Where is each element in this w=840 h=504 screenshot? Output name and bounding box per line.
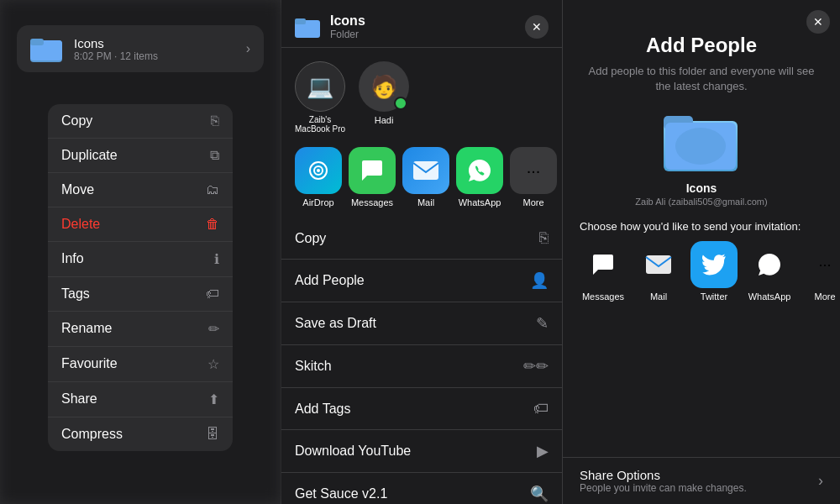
app-mail[interactable]: Mail bbox=[402, 147, 449, 207]
action-get-sauce[interactable]: Get Sauce v2.1 🔍 bbox=[281, 473, 562, 504]
inv-app-more[interactable]: ··· More bbox=[801, 241, 840, 302]
panel-middle: Icons Folder ✕ 💻 Zaib's MacBook Pro 🧑 Ha… bbox=[281, 0, 563, 504]
hadi-avatar: 🧑 bbox=[359, 61, 409, 112]
inv-app-whatsapp[interactable]: WhatsApp bbox=[746, 241, 793, 302]
action-copy-icon: ⎘ bbox=[539, 229, 549, 247]
share-actions-list: Copy ⎘ Add People 👤 Save as Draft ✎ Skit… bbox=[281, 218, 562, 504]
inv-twitter-icon bbox=[690, 241, 738, 288]
action-save-draft[interactable]: Save as Draft ✎ bbox=[281, 302, 562, 345]
action-add-people-icon: 👤 bbox=[530, 271, 549, 290]
mail-icon bbox=[402, 147, 449, 194]
menu-label-favourite: Favourite bbox=[61, 356, 118, 371]
svg-rect-2 bbox=[30, 39, 44, 45]
menu-item-share[interactable]: Share ⬆ bbox=[48, 382, 233, 417]
action-download-youtube[interactable]: Download YouTube ▶ bbox=[281, 430, 562, 473]
menu-label-move: Move bbox=[61, 182, 94, 197]
svg-rect-13 bbox=[646, 255, 671, 274]
info-icon: ℹ bbox=[214, 251, 219, 267]
messages-label: Messages bbox=[351, 197, 393, 207]
folder-preview-name: Icons bbox=[686, 181, 717, 195]
inv-mail-label: Mail bbox=[650, 291, 667, 302]
panel-right: ✕ Add People Add people to this folder a… bbox=[563, 0, 840, 504]
action-copy-label: Copy bbox=[295, 231, 326, 246]
inv-app-messages[interactable]: Messages bbox=[580, 241, 627, 302]
menu-item-tags[interactable]: Tags 🏷 bbox=[48, 277, 233, 312]
inv-app-mail[interactable]: Mail bbox=[635, 241, 682, 302]
folder-preview-icon bbox=[664, 108, 739, 175]
menu-item-copy[interactable]: Copy ⎘ bbox=[48, 104, 233, 139]
person-hadi[interactable]: 🧑 Hadi bbox=[359, 61, 409, 134]
action-add-tags-icon: 🏷 bbox=[533, 400, 549, 417]
compress-icon: 🗄 bbox=[206, 427, 219, 442]
action-save-draft-label: Save as Draft bbox=[295, 316, 376, 331]
invitation-label: Choose how you'd like to send your invit… bbox=[580, 220, 801, 233]
svg-rect-4 bbox=[295, 18, 306, 24]
folder-header: Icons 8:02 PM · 12 items › bbox=[17, 25, 264, 72]
action-get-sauce-label: Get Sauce v2.1 bbox=[295, 486, 387, 501]
inv-mail-icon bbox=[635, 241, 682, 288]
svg-rect-8 bbox=[413, 161, 438, 180]
share-options-text: Share Options People you invite can make… bbox=[580, 468, 747, 494]
inv-messages-icon bbox=[580, 241, 627, 288]
menu-label-compress: Compress bbox=[61, 427, 123, 442]
folder-info: Icons 8:02 PM · 12 items bbox=[74, 36, 236, 62]
inv-app-twitter[interactable]: Twitter bbox=[690, 241, 738, 302]
action-copy[interactable]: Copy ⎘ bbox=[281, 218, 562, 260]
copy-icon: ⎘ bbox=[211, 113, 219, 129]
person-macbook[interactable]: 💻 Zaib's MacBook Pro bbox=[295, 61, 345, 134]
share-options-row[interactable]: Share Options People you invite can make… bbox=[563, 457, 840, 504]
action-add-people-label: Add People bbox=[295, 273, 365, 288]
share-folder-icon bbox=[295, 16, 322, 38]
folder-preview-email: Zaib Ali (zaibali505@gmail.com) bbox=[635, 197, 767, 207]
inv-messages-label: Messages bbox=[582, 291, 624, 302]
action-get-sauce-icon: 🔍 bbox=[530, 485, 549, 503]
action-add-tags[interactable]: Add Tags 🏷 bbox=[281, 388, 562, 430]
share-header: Icons Folder ✕ bbox=[281, 0, 562, 48]
app-airdrop[interactable]: AirDrop bbox=[295, 147, 342, 207]
share-icon: ⬆ bbox=[208, 391, 219, 407]
share-folder-text: Icons Folder bbox=[330, 13, 365, 40]
tags-icon: 🏷 bbox=[206, 286, 219, 302]
menu-item-info[interactable]: Info ℹ bbox=[48, 242, 233, 277]
whatsapp-icon bbox=[456, 147, 503, 194]
action-download-youtube-label: Download YouTube bbox=[295, 444, 411, 459]
add-people-subtitle: Add people to this folder and everyone w… bbox=[580, 64, 823, 94]
folder-icon bbox=[30, 35, 64, 62]
action-add-people[interactable]: Add People 👤 bbox=[281, 260, 562, 302]
app-more[interactable]: ··· More bbox=[510, 147, 557, 207]
menu-item-delete[interactable]: Delete 🗑 bbox=[48, 207, 233, 242]
move-icon: 🗂 bbox=[206, 182, 219, 197]
menu-label-rename: Rename bbox=[61, 321, 112, 336]
inv-twitter-label: Twitter bbox=[701, 291, 727, 302]
menu-label-copy: Copy bbox=[61, 113, 92, 129]
apps-row: AirDrop Messages Mail WhatsApp ··· More bbox=[281, 147, 562, 218]
svg-point-12 bbox=[675, 128, 726, 165]
share-options-title: Share Options bbox=[580, 468, 747, 482]
svg-point-7 bbox=[317, 169, 320, 172]
rename-icon: ✏ bbox=[208, 321, 219, 337]
app-messages[interactable]: Messages bbox=[349, 147, 396, 207]
folder-name: Icons bbox=[74, 36, 236, 50]
delete-icon: 🗑 bbox=[206, 217, 219, 232]
right-close-button[interactable]: ✕ bbox=[806, 10, 830, 34]
airdrop-label: AirDrop bbox=[302, 197, 333, 207]
menu-label-info: Info bbox=[61, 251, 84, 266]
share-options-subtitle: People you invite can make changes. bbox=[580, 482, 747, 494]
menu-item-compress[interactable]: Compress 🗄 bbox=[48, 417, 233, 451]
middle-close-button[interactable]: ✕ bbox=[525, 15, 549, 39]
inv-whatsapp-icon bbox=[746, 241, 793, 288]
action-skitch-icon: ✏✏ bbox=[523, 357, 549, 375]
menu-item-move[interactable]: Move 🗂 bbox=[48, 173, 233, 207]
whatsapp-label: WhatsApp bbox=[459, 197, 501, 207]
app-whatsapp[interactable]: WhatsApp bbox=[456, 147, 503, 207]
hadi-name: Hadi bbox=[375, 115, 394, 125]
more-icon: ··· bbox=[510, 147, 557, 194]
share-folder-info: Icons Folder bbox=[295, 13, 365, 40]
action-skitch[interactable]: Skitch ✏✏ bbox=[281, 345, 562, 388]
inv-more-icon: ··· bbox=[801, 241, 840, 288]
online-badge bbox=[394, 97, 407, 110]
action-add-tags-label: Add Tags bbox=[295, 402, 350, 417]
menu-item-favourite[interactable]: Favourite ☆ bbox=[48, 347, 233, 382]
menu-item-rename[interactable]: Rename ✏ bbox=[48, 312, 233, 347]
menu-item-duplicate[interactable]: Duplicate ⧉ bbox=[48, 139, 233, 173]
